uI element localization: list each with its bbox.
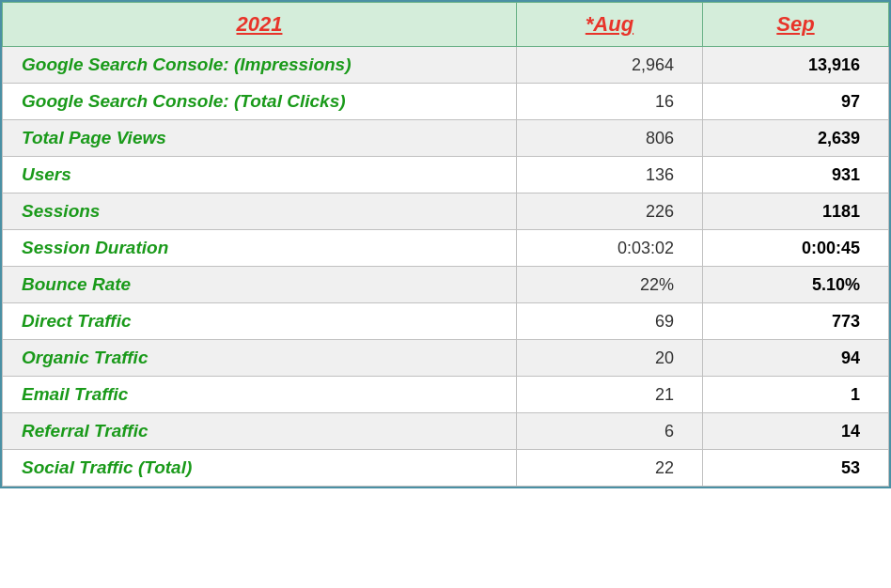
table-row: Bounce Rate22%5.10% (3, 267, 889, 303)
row-sep-value: 773 (702, 303, 888, 340)
row-label: Session Duration (3, 230, 517, 267)
main-table-container: 2021 *Aug Sep Google Search Console: (Im… (0, 0, 891, 488)
row-aug-value: 136 (516, 157, 702, 193)
row-aug-value: 226 (516, 193, 702, 230)
row-sep-value: 53 (702, 450, 888, 487)
row-sep-value: 0:00:45 (702, 230, 888, 267)
row-label: Email Traffic (3, 377, 517, 413)
row-sep-value: 1 (702, 377, 888, 413)
row-sep-value: 14 (702, 413, 888, 450)
row-label: Referral Traffic (3, 413, 517, 450)
row-aug-value: 806 (516, 120, 702, 157)
row-label: Total Page Views (3, 120, 517, 157)
row-aug-value: 21 (516, 377, 702, 413)
table-row: Google Search Console: (Impressions)2,96… (3, 47, 889, 84)
row-label: Users (3, 157, 517, 193)
row-aug-value: 20 (516, 340, 702, 377)
year-header: 2021 (3, 3, 517, 47)
row-sep-value: 2,639 (702, 120, 888, 157)
table-row: Total Page Views8062,639 (3, 120, 889, 157)
row-label: Social Traffic (Total) (3, 450, 517, 487)
row-sep-value: 1181 (702, 193, 888, 230)
sep-header: Sep (702, 3, 888, 47)
row-aug-value: 6 (516, 413, 702, 450)
row-label: Google Search Console: (Total Clicks) (3, 84, 517, 120)
row-sep-value: 94 (702, 340, 888, 377)
row-aug-value: 2,964 (516, 47, 702, 84)
table-row: Sessions2261181 (3, 193, 889, 230)
table-row: Social Traffic (Total)2253 (3, 450, 889, 487)
row-aug-value: 69 (516, 303, 702, 340)
row-label: Direct Traffic (3, 303, 517, 340)
analytics-table: 2021 *Aug Sep Google Search Console: (Im… (2, 2, 889, 487)
row-label: Bounce Rate (3, 267, 517, 303)
table-row: Email Traffic211 (3, 377, 889, 413)
row-label: Sessions (3, 193, 517, 230)
table-row: Users136931 (3, 157, 889, 193)
row-sep-value: 5.10% (702, 267, 888, 303)
row-aug-value: 16 (516, 84, 702, 120)
table-row: Organic Traffic2094 (3, 340, 889, 377)
table-row: Direct Traffic69773 (3, 303, 889, 340)
row-sep-value: 931 (702, 157, 888, 193)
table-row: Referral Traffic614 (3, 413, 889, 450)
table-row: Google Search Console: (Total Clicks)169… (3, 84, 889, 120)
row-label: Organic Traffic (3, 340, 517, 377)
row-sep-value: 13,916 (702, 47, 888, 84)
row-aug-value: 22 (516, 450, 702, 487)
table-row: Session Duration0:03:020:00:45 (3, 230, 889, 267)
row-aug-value: 0:03:02 (516, 230, 702, 267)
aug-header: *Aug (516, 3, 702, 47)
row-aug-value: 22% (516, 267, 702, 303)
row-sep-value: 97 (702, 84, 888, 120)
row-label: Google Search Console: (Impressions) (3, 47, 517, 84)
